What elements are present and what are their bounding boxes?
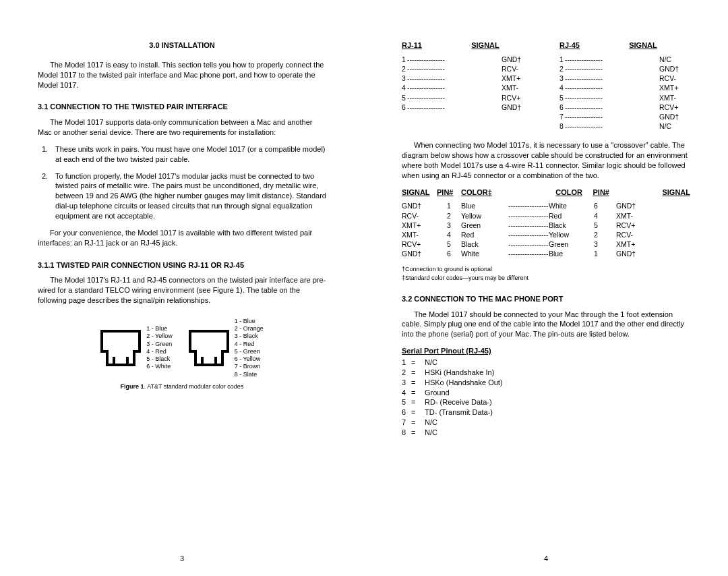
pin-row: 6----------------RCV+ bbox=[559, 103, 690, 112]
para-crossover: When connecting two Model 1017s, it is n… bbox=[402, 140, 690, 180]
pin-row: 4----------------XMT- bbox=[402, 83, 533, 92]
serial-row: 2=HSKi (Handshake In) bbox=[402, 368, 690, 378]
signal-label: SIGNAL bbox=[596, 40, 690, 51]
col-pin: PIN# bbox=[437, 188, 461, 198]
rj45-header: RJ-45 SIGNAL bbox=[559, 40, 690, 51]
pin-row: 2----------------GND† bbox=[559, 64, 690, 74]
para-rj: The Model 1017's RJ-11 and RJ-45 connect… bbox=[38, 275, 326, 306]
crossover-rows: GND† 1 Blue --------------------- White … bbox=[402, 201, 690, 258]
pin-row: 8----------------N/C bbox=[559, 121, 690, 131]
crossover-header: SIGNAL PIN# COLOR‡ COLOR PIN# SIGNAL bbox=[402, 188, 690, 198]
list-text: To function properly, the Model 1017's m… bbox=[55, 171, 326, 221]
legend-line: 4 - Red bbox=[235, 341, 264, 348]
legend-line: 4 - Red bbox=[146, 348, 173, 355]
para-mac: The Model 1017 should be connected to yo… bbox=[402, 310, 690, 340]
legend-line: 1 - Blue bbox=[235, 318, 264, 325]
signal-label: SIGNAL bbox=[438, 40, 533, 51]
serial-row: 6=TD- (Transmit Data-) bbox=[402, 407, 690, 417]
serial-rows: 1=N/C2=HSKi (Handshake In)3=HSKo (Handsh… bbox=[402, 357, 690, 438]
serial-row: 5=RD- (Receive Data-) bbox=[402, 397, 690, 407]
legend-line: 5 - Black bbox=[146, 355, 173, 363]
pin-row: 7----------------GND† bbox=[559, 112, 690, 121]
para-convenience: For your convenience, the Model 1017 is … bbox=[38, 228, 326, 248]
serial-row: 3=HSKo (Handshake Out) bbox=[402, 378, 690, 388]
crossover-row: GND† 6 White --------------------- Blue … bbox=[402, 249, 690, 258]
heading-installation: 3.0 INSTALLATION bbox=[38, 40, 326, 51]
legend-line: 1 - Blue bbox=[146, 325, 173, 333]
col-pin2: PIN# bbox=[582, 188, 609, 198]
pin-row: 1----------------N/C bbox=[559, 55, 690, 64]
col-color: COLOR‡ bbox=[461, 188, 549, 198]
legend-line: 2 - Orange bbox=[235, 325, 264, 333]
legend-line: 2 - Yellow bbox=[146, 333, 173, 340]
heading-conn-tp: 3.1 CONNECTION TO THE TWISTED PAIR INTER… bbox=[38, 102, 326, 112]
footnote-1: †Connection to ground is optional bbox=[402, 265, 690, 273]
col-color2: COLOR bbox=[549, 188, 582, 198]
figure-row: 1 - Blue2 - Yellow3 - Green4 - Red5 - Bl… bbox=[38, 318, 326, 378]
footnote-2: ‡Standard color codes—yours may be diffe… bbox=[402, 274, 690, 282]
legend-line: 6 - Yellow bbox=[235, 355, 264, 363]
crossover-row: XMT+ 3 Green --------------------- Black… bbox=[402, 221, 690, 230]
rj45-label: RJ-45 bbox=[559, 40, 596, 51]
para-intro: The Model 1017 is easy to install. This … bbox=[38, 60, 326, 90]
rj11-table: RJ-11 SIGNAL 1----------------GND†2-----… bbox=[402, 40, 533, 131]
list-item: 1. These units work in pairs. You must h… bbox=[38, 144, 326, 165]
page-wrap: 3.0 INSTALLATION The Model 1017 is easy … bbox=[0, 0, 728, 576]
jack-rj45: 1 - Blue2 - Orange3 - Black4 - Red5 - Gr… bbox=[189, 318, 264, 378]
para-conn: The Model 1017 supports data-only commun… bbox=[38, 117, 326, 138]
heading-mac-port: 3.2 CONNECTION TO THE MAC PHONE PORT bbox=[402, 294, 690, 304]
serial-row: 1=N/C bbox=[402, 357, 690, 368]
jack-icon bbox=[100, 330, 141, 366]
serial-row: 4=Ground bbox=[402, 388, 690, 398]
legend-line: 3 - Green bbox=[146, 341, 173, 348]
jack-legend-8: 1 - Blue2 - Orange3 - Black4 - Red5 - Gr… bbox=[235, 318, 264, 378]
jack-rj11: 1 - Blue2 - Yellow3 - Green4 - Red5 - Bl… bbox=[100, 318, 173, 378]
jack-icon bbox=[189, 330, 229, 366]
figure-text: . AT&T standard modular color codes bbox=[144, 383, 244, 390]
serial-row: 7=N/C bbox=[402, 417, 690, 428]
pin-row: 3----------------XMT+ bbox=[402, 74, 533, 83]
legend-line: 8 - Slate bbox=[235, 371, 264, 378]
legend-line: 6 - White bbox=[146, 363, 173, 370]
rj11-label: RJ-11 bbox=[402, 40, 438, 51]
list-item: 2. To function properly, the Model 1017'… bbox=[38, 171, 326, 221]
col-signal: SIGNAL bbox=[402, 188, 437, 198]
crossover-row: XMT- 4 Red --------------------- Yellow … bbox=[402, 230, 690, 239]
page-number: 3 bbox=[0, 554, 364, 564]
pin-row: 5----------------RCV+ bbox=[402, 93, 533, 103]
crossover-row: RCV+ 5 Black --------------------- Green… bbox=[402, 239, 690, 249]
figure-label: Figure 1 bbox=[121, 383, 144, 390]
col-signal2: SIGNAL bbox=[609, 188, 690, 198]
pin-row: 2----------------RCV- bbox=[402, 64, 533, 74]
list-num: 2. bbox=[38, 171, 55, 221]
pin-row: 3----------------RCV- bbox=[559, 74, 690, 83]
heading-rj: 3.1.1 TWISTED PAIR CONNECTION USING RJ-1… bbox=[38, 260, 326, 270]
footnotes: †Connection to ground is optional ‡Stand… bbox=[402, 265, 690, 281]
legend-line: 3 - Black bbox=[235, 333, 264, 340]
pin-row: 5----------------XMT- bbox=[559, 93, 690, 103]
page-right: RJ-11 SIGNAL 1----------------GND†2-----… bbox=[364, 0, 728, 576]
legend-line: 7 - Brown bbox=[235, 363, 264, 370]
legend-line: 5 - Green bbox=[235, 348, 264, 355]
jack-legend-6: 1 - Blue2 - Yellow3 - Green4 - Red5 - Bl… bbox=[146, 325, 173, 371]
pin-tables: RJ-11 SIGNAL 1----------------GND†2-----… bbox=[402, 40, 690, 131]
page-left: 3.0 INSTALLATION The Model 1017 is easy … bbox=[0, 0, 364, 576]
figure-caption: Figure 1. AT&T standard modular color co… bbox=[38, 382, 326, 391]
serial-heading: Serial Port Pinout (RJ-45) bbox=[402, 346, 690, 356]
crossover-row: RCV- 2 Yellow --------------------- Red … bbox=[402, 211, 690, 221]
pin-row: 6----------------GND† bbox=[402, 103, 533, 112]
page-number: 4 bbox=[364, 554, 728, 564]
crossover-row: GND† 1 Blue --------------------- White … bbox=[402, 201, 690, 210]
rj45-table: RJ-45 SIGNAL 1----------------N/C2------… bbox=[559, 40, 690, 131]
pin-row: 1----------------GND† bbox=[402, 55, 533, 64]
list-num: 1. bbox=[38, 144, 55, 165]
rj11-header: RJ-11 SIGNAL bbox=[402, 40, 533, 51]
list-text: These units work in pairs. You must have… bbox=[55, 144, 326, 165]
pin-row: 4----------------XMT+ bbox=[559, 83, 690, 92]
serial-row: 8=N/C bbox=[402, 428, 690, 438]
